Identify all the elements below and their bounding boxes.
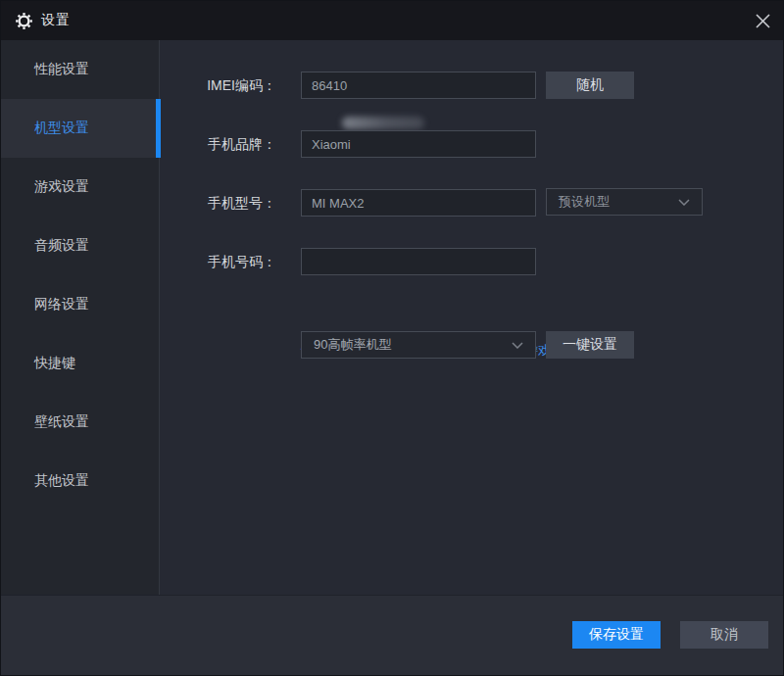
sidebar: 性能设置 机型设置 游戏设置 音频设置 网络设置 快捷键 壁纸设置 其他设置 [1,40,160,597]
sidebar-item-game[interactable]: 游戏设置 [1,158,159,217]
sidebar-item-performance[interactable]: 性能设置 [1,40,159,99]
sidebar-item-hotkeys[interactable]: 快捷键 [1,334,159,393]
sidebar-item-label: 快捷键 [34,355,75,372]
titlebar: 设置 [1,1,783,40]
brand-input[interactable] [301,130,536,158]
sidebar-item-wallpaper[interactable]: 壁纸设置 [1,393,159,452]
chevron-down-icon [678,199,690,206]
chevron-down-icon [512,342,523,349]
one-click-apply-button[interactable]: 一键设置 [546,331,634,359]
high-fps-model-dropdown[interactable]: 90高帧率机型 [301,331,536,359]
brand-label: 手机品牌： [177,136,276,152]
imei-random-button[interactable]: 随机 [546,72,634,99]
phone-input[interactable] [301,248,536,275]
footer-bar: 保存设置 取消 [1,595,783,675]
preset-model-dropdown[interactable]: 预设机型 [546,188,703,216]
sidebar-item-label: 网络设置 [34,296,89,314]
sidebar-item-label: 其他设置 [34,472,89,490]
gear-icon [16,13,32,29]
model-label: 手机型号： [177,195,276,211]
device-model-panel: IMEI编码： 随机 手机品牌： 手机型号： 预设机型 手机号码： 设置90/1… [160,40,783,597]
imei-input[interactable] [301,72,536,99]
imei-label: IMEI编码： [177,77,276,93]
high-fps-dropdown-value: 90高帧率机型 [314,336,391,354]
sidebar-item-label: 性能设置 [34,61,89,78]
sidebar-item-label: 壁纸设置 [34,413,89,431]
window-title: 设置 [41,12,71,29]
imei-privacy-blur [342,117,424,129]
settings-window: 设置 性能设置 机型设置 游戏设置 音频设置 网络设置 [0,0,784,676]
sidebar-item-label: 机型设置 [34,120,89,137]
sidebar-item-audio[interactable]: 音频设置 [1,217,159,275]
sidebar-item-network[interactable]: 网络设置 [1,275,159,334]
close-button[interactable] [742,1,783,40]
sidebar-item-other[interactable]: 其他设置 [1,452,159,510]
sidebar-item-label: 音频设置 [34,237,89,255]
phone-label: 手机号码： [177,254,276,269]
sidebar-item-device-model[interactable]: 机型设置 [1,99,159,158]
close-icon [755,13,771,29]
cancel-button[interactable]: 取消 [680,621,768,649]
preset-model-dropdown-value: 预设机型 [559,193,610,211]
model-input[interactable] [301,189,536,217]
save-settings-button[interactable]: 保存设置 [572,621,661,649]
sidebar-item-label: 游戏设置 [34,178,89,196]
